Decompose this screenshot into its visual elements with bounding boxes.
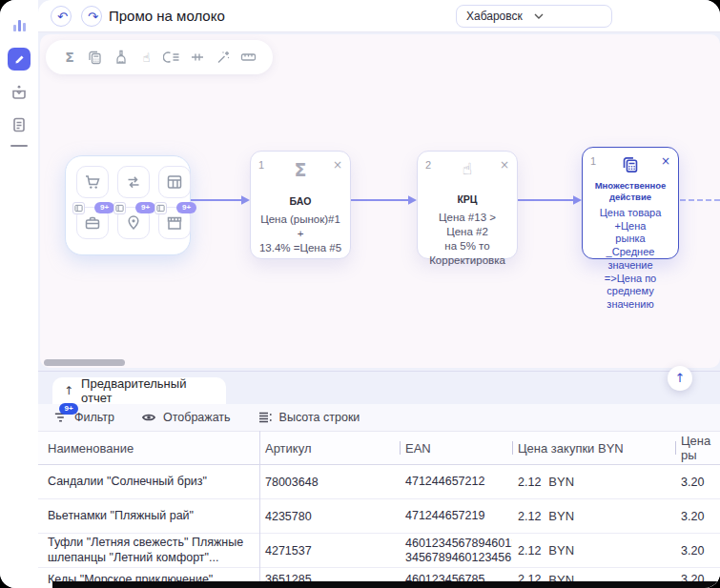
condition-list-icon[interactable]	[163, 49, 180, 66]
map-pin-icon	[125, 214, 142, 232]
package-icon	[10, 84, 28, 101]
city-dropdown[interactable]: Хабаровск	[456, 5, 612, 28]
table-controls: 9+ Фильтр Отображать Высота строки	[38, 404, 720, 431]
table-horizontal-scrollbar[interactable]	[52, 581, 720, 588]
table-row[interactable]: Туфли "Летняя свежесть" Пляжные шлепанцы…	[38, 534, 720, 568]
dashed-connector	[680, 199, 720, 201]
book-mini-icon	[113, 202, 126, 214]
node-line: 13.4% =Цена #5	[258, 241, 342, 255]
sidebar-item-editor[interactable]	[8, 48, 31, 71]
cell-currency: BYN	[548, 543, 574, 558]
column-header-purchase-price[interactable]: Цена закупки BYN	[512, 432, 675, 464]
cell-market-price: 3.20	[675, 465, 720, 498]
canvas-horizontal-scrollbar[interactable]	[44, 359, 125, 366]
row-height-icon	[257, 410, 273, 425]
palette-store-button[interactable]: 9+	[158, 207, 191, 239]
flow-node-multi-action[interactable]: 1 × Множественное действие Цена товара +…	[582, 147, 679, 259]
cell-market-price: 3.20	[675, 499, 720, 533]
cell-price: 2.12	[518, 476, 541, 489]
cell-ean: 471244657212	[405, 475, 484, 489]
sigma-icon: Σ	[272, 159, 329, 180]
sidebar-item-documents[interactable]	[8, 113, 31, 136]
page-title: Промо на молоко	[109, 8, 225, 24]
column-header-ean[interactable]: EAN	[400, 432, 512, 464]
table-header-row: Наименование Артикул EAN Цена закупки BY…	[38, 431, 720, 465]
node-title: КРЦ	[425, 193, 509, 205]
node-line: рынка _Среднее	[590, 233, 670, 259]
table-row[interactable]: Сандалии "Солнечный бриз" 78003648 47124…	[38, 465, 720, 499]
filter-label: Фильтр	[74, 411, 114, 424]
node-line: Цена #13 > Цена #2	[425, 211, 509, 239]
cell-sku: 78003648	[259, 465, 400, 498]
table-icon	[166, 173, 183, 191]
palette-cart-button[interactable]	[76, 166, 109, 198]
row-height-button[interactable]: Высота строки	[257, 410, 360, 425]
column-header-name[interactable]: Наименование	[38, 432, 259, 464]
swap-icon	[125, 173, 142, 191]
cell-price: 2.12	[518, 544, 541, 558]
sidebar-divider	[10, 145, 28, 147]
book-mini-icon	[72, 202, 85, 214]
cell-price: 2.12	[518, 510, 541, 523]
palette-location-button[interactable]: 9+	[117, 207, 150, 239]
flow-node-krc[interactable]: 2 ☝ × КРЦ Цена #13 > Цена #2 на 5% то Ко…	[417, 151, 518, 259]
cell-ean: 471244657219	[405, 509, 484, 523]
flow-arrow	[518, 194, 582, 206]
hand-click-icon: ☝	[439, 159, 496, 178]
filter-count-badge: 9+	[59, 403, 78, 415]
cell-name: Туфли "Летняя свежесть" Пляжные шлепанцы…	[38, 534, 259, 567]
cell-currency: BYN	[548, 509, 574, 523]
cell-name: Вьетнамки "Пляжный рай"	[38, 499, 259, 533]
tab-label: Предварительный отчет	[81, 376, 215, 405]
sum-icon[interactable]: Σ	[61, 49, 78, 66]
palette-briefcase-button[interactable]: 9+	[76, 207, 109, 239]
node-palette: 9+ 9+ 9+	[65, 155, 191, 255]
count-badge: 9+	[135, 202, 155, 213]
ruler-icon[interactable]	[240, 49, 257, 66]
chevron-down-icon	[534, 13, 602, 19]
sidebar-item-products[interactable]	[8, 81, 31, 104]
document-icon	[10, 116, 28, 133]
multi-action-icon[interactable]	[87, 49, 104, 66]
book-mini-icon	[154, 202, 167, 214]
node-title: БАО	[258, 195, 342, 207]
node-line: Цена (рынок)#1	[258, 213, 342, 227]
palette-swap-button[interactable]	[117, 166, 150, 198]
panel-separator	[38, 371, 720, 372]
cell-currency: BYN	[548, 475, 574, 489]
expand-panel-button[interactable]: ↑	[668, 366, 692, 391]
arrow-up-icon: ↑	[64, 384, 73, 397]
cell-market-price: 3.20	[675, 534, 720, 567]
header: ↶ ↷ Промо на молоко Хабаровск	[38, 0, 720, 32]
close-icon[interactable]: ×	[496, 159, 509, 171]
brush-icon[interactable]	[113, 49, 130, 66]
close-icon[interactable]: ×	[657, 155, 670, 167]
redo-button[interactable]: ↷	[81, 6, 102, 27]
cell-sku: 4235780	[259, 499, 400, 533]
undo-button[interactable]: ↶	[51, 6, 72, 27]
sidebar	[0, 0, 38, 588]
node-index: 1	[258, 159, 272, 171]
close-icon[interactable]: ×	[329, 159, 342, 171]
hand-click-icon[interactable]: ☝	[138, 49, 155, 66]
filter-button[interactable]: 9+ Фильтр	[52, 410, 114, 425]
magic-wand-icon[interactable]	[215, 49, 232, 66]
merge-icon[interactable]	[189, 49, 206, 66]
cell-sku: 4271537	[259, 534, 400, 567]
palette-table-button[interactable]	[158, 166, 191, 198]
column-header-sku[interactable]: Артикул	[259, 432, 400, 464]
cell-name: Сандалии "Солнечный бриз"	[38, 465, 259, 498]
column-header-market-price[interactable]: Цена ры	[675, 432, 720, 464]
flow-node-bao[interactable]: 1 Σ × БАО Цена (рынок)#1 + 13.4% =Цена #…	[250, 151, 351, 259]
display-button[interactable]: Отображать	[141, 410, 231, 425]
node-body: Цена товара +Цена рынка _Среднее значени…	[590, 207, 670, 312]
table-row[interactable]: Вьетнамки "Пляжный рай" 4235780 47124465…	[38, 499, 720, 534]
display-label: Отображать	[163, 411, 231, 424]
tab-preliminary-report[interactable]: ↑ Предварительный отчет	[52, 377, 226, 404]
filter-icon: 9+	[52, 410, 68, 425]
node-line: значение =>Цена по	[590, 259, 670, 286]
flow-arrow	[351, 194, 417, 206]
sidebar-item-analytics[interactable]	[8, 13, 31, 36]
app-window: ↶ ↷ Промо на молоко Хабаровск Σ ☝	[0, 0, 720, 588]
node-line: на 5% то	[425, 239, 509, 253]
